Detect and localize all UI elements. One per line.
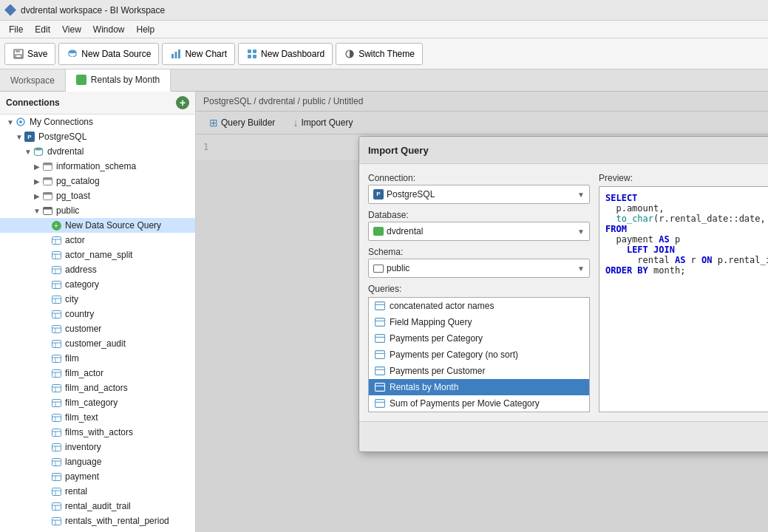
tree-table-address[interactable]: address [0, 262, 195, 277]
new-chart-button[interactable]: New Chart [162, 43, 235, 65]
tree-information-schema[interactable]: ▶ information_schema [0, 159, 195, 174]
svg-rect-34 [52, 281, 61, 288]
query-list-item-payments-category-no-sort[interactable]: Payments per Category (no sort) [369, 347, 589, 363]
dialog-right-panel: Preview: SELECT p.amount, to_char(r.rent… [599, 173, 768, 412]
sql-line-8: ORDER BY month; [605, 265, 768, 276]
datasource-icon [67, 48, 78, 60]
table-icon [50, 500, 62, 512]
svg-rect-88 [375, 302, 385, 310]
query-list-icon [375, 317, 385, 327]
tree-my-connections[interactable]: ▼ My Connections [0, 115, 195, 129]
tree-dvdrental[interactable]: ▼ dvdrental [0, 144, 195, 159]
tree-table-actor-name-split[interactable]: actor_name_split [0, 248, 195, 262]
tree-table-category[interactable]: category [0, 277, 195, 292]
dvdrental-icon [33, 146, 44, 157]
tab-bar: Workspace Rentals by Month [0, 69, 768, 92]
tree-table-films-with-actors[interactable]: films_with_actors [0, 425, 195, 440]
menu-file[interactable]: File [3, 23, 29, 36]
new-dashboard-button[interactable]: New Dashboard [238, 43, 333, 65]
menu-view[interactable]: View [56, 23, 87, 36]
tree-table-customer-audit[interactable]: customer_audit [0, 336, 195, 351]
tree-table-inventory[interactable]: inventory [0, 440, 195, 454]
connection-field: Connection: P PostgreSQL ▼ [368, 173, 590, 204]
menu-bar: File Edit View Window Help [0, 21, 768, 38]
tree-table-payment[interactable]: payment [0, 469, 195, 484]
tree-pg-catalog[interactable]: ▶ pg_catalog [0, 174, 195, 188]
tree-table-rental-audit-trail[interactable]: rental_audit_trail [0, 499, 195, 514]
svg-rect-90 [375, 318, 385, 327]
database-label: Database: [368, 210, 590, 220]
new-datasource-button[interactable]: New Data Source [58, 43, 159, 65]
svg-rect-31 [52, 266, 61, 273]
query-list-item-payments-category[interactable]: Payments per Category [369, 330, 589, 347]
table-icon [50, 308, 62, 320]
query-list-item-rentals-by-month[interactable]: Rentals by Month [369, 379, 589, 395]
svg-rect-46 [52, 340, 61, 347]
query-list-icon [375, 382, 385, 392]
svg-rect-94 [375, 351, 385, 359]
tree-public-schema[interactable]: ▼ public [0, 203, 195, 218]
tree-table-language[interactable]: language [0, 454, 195, 469]
svg-rect-37 [52, 296, 61, 303]
table-icon [50, 367, 62, 379]
connection-icon: P [373, 189, 384, 200]
tab-workspace[interactable]: Workspace [0, 69, 66, 91]
svg-rect-79 [52, 502, 61, 510]
tree-tables: actor actor_name_split address [0, 233, 195, 532]
sql-line-1: SELECT [605, 193, 768, 203]
tree-pg-toast[interactable]: ▶ pg_toast [0, 188, 195, 203]
connection-label: Connection: [368, 173, 590, 183]
database-icon [373, 227, 384, 236]
dialog-left-panel: Connection: P PostgreSQL ▼ Database: [368, 173, 590, 412]
svg-point-3 [69, 50, 76, 53]
save-button[interactable]: Save [4, 43, 55, 65]
chevron-down-icon: ▼ [24, 148, 33, 156]
table-icon [50, 412, 62, 423]
table-icon [50, 264, 62, 276]
connections-icon [15, 116, 27, 128]
add-connection-button[interactable]: + [176, 96, 189, 109]
sidebar: Connections + ▼ My Connections ▼ P Postg… [0, 92, 196, 532]
tree-new-datasource-query[interactable]: + New Data Source Query [0, 218, 195, 233]
chart-icon [170, 48, 182, 60]
chevron-down-icon: ▼ [577, 265, 585, 273]
svg-point-16 [35, 148, 43, 151]
menu-edit[interactable]: Edit [29, 23, 56, 36]
tree-postgresql[interactable]: ▼ P PostgreSQL [0, 129, 195, 144]
sql-line-2: p.amount, [605, 203, 768, 214]
svg-rect-70 [52, 458, 61, 466]
tree-table-actor[interactable]: actor [0, 233, 195, 248]
tree-table-staff[interactable]: staff [0, 528, 195, 532]
menu-window[interactable]: Window [87, 23, 131, 36]
query-list-icon [375, 349, 385, 360]
query-list-item-payments-customer[interactable]: Payments per Customer [369, 363, 589, 379]
switch-theme-button[interactable]: Switch Theme [336, 43, 423, 65]
chevron-down-icon: ▼ [33, 207, 41, 215]
tree-table-film[interactable]: film [0, 351, 195, 366]
tree-table-rental[interactable]: rental [0, 484, 195, 499]
tree-table-film-actor[interactable]: film_actor [0, 366, 195, 381]
schema-icon [41, 190, 53, 202]
schema-field: Schema: public ▼ [368, 247, 590, 278]
sql-preview: SELECT p.amount, to_char(r.rental_date::… [599, 186, 768, 412]
menu-help[interactable]: Help [131, 23, 161, 36]
table-icon [50, 456, 62, 468]
query-list-item-concatenated[interactable]: concatenated actor names [369, 298, 589, 314]
query-list-item-field-mapping[interactable]: Field Mapping Query [369, 314, 589, 330]
tree-table-customer[interactable]: customer [0, 321, 195, 336]
tab-icon [76, 75, 86, 85]
tree-table-film-text[interactable]: film_text [0, 410, 195, 425]
tree-table-film-category[interactable]: film_category [0, 395, 195, 410]
tab-rentals-by-month[interactable]: Rentals by Month [66, 69, 171, 92]
svg-rect-76 [52, 488, 61, 495]
svg-rect-2 [16, 55, 21, 58]
database-select[interactable]: dvdrental ▼ [368, 222, 590, 241]
schema-select[interactable]: public ▼ [368, 259, 590, 278]
tree-table-city[interactable]: city [0, 292, 195, 307]
connection-select[interactable]: P PostgreSQL ▼ [368, 185, 590, 204]
tree-table-rentals-with-rental-period[interactable]: rentals_with_rental_period [0, 514, 195, 528]
query-list-item-sum-payments[interactable]: Sum of Payments per Movie Category [369, 395, 589, 412]
tree-table-film-and-actors[interactable]: film_and_actors [0, 381, 195, 395]
app-title: dvdrental workspace - BI Workspace [21, 5, 165, 16]
tree-table-country[interactable]: country [0, 307, 195, 321]
